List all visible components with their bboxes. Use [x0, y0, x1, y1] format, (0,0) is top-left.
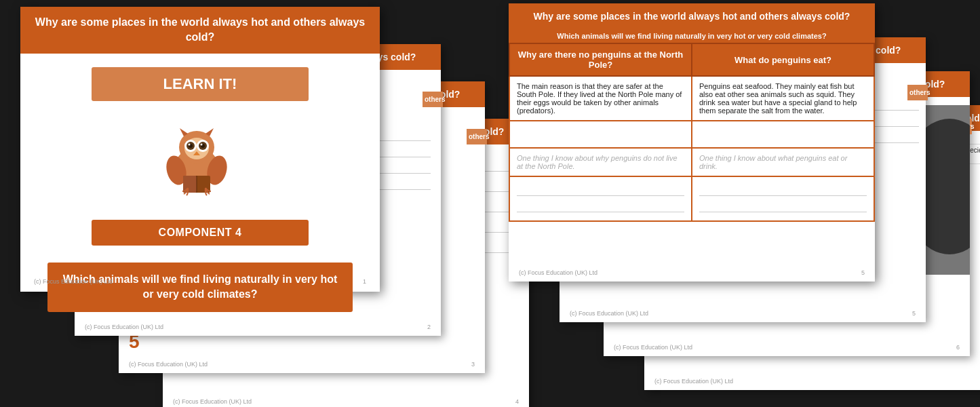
answer2-col1: One thing I know about why penguins do n… — [509, 148, 692, 176]
owl-illustration — [159, 121, 241, 203]
cover-footer: (c) Focus Education (UK) Ltd 1 — [20, 278, 380, 285]
cover-page: Why are some places in the world always … — [20, 7, 380, 292]
r3-footer: (c) Focus Education (UK) Ltd 6 — [604, 344, 970, 351]
qa-table: Why are there no penguins at the North P… — [509, 43, 875, 222]
cover-subtitle: Which animals will we find living natura… — [47, 263, 353, 312]
cover-body: LEARN IT! — [20, 54, 380, 332]
answer1-col1: The main reason is that they are safer a… — [509, 76, 692, 121]
table-row-blank — [509, 121, 874, 148]
table-main-header: Why are some places in the world always … — [509, 3, 875, 29]
blank-cell-2 — [692, 121, 874, 148]
component-button: COMPONENT 4 — [92, 220, 309, 246]
learn-it-button: LEARN IT! — [92, 67, 309, 101]
table-subheader: Which animals will we find living natura… — [509, 29, 875, 43]
svg-point-10 — [201, 143, 203, 145]
answer1-col2: Penguins eat seafood. They mainly eat fi… — [692, 76, 874, 121]
page2-tab: others — [423, 92, 443, 107]
table-row-2: One thing I know about why penguins do n… — [509, 148, 874, 176]
answer2-col2: One thing I know about what penguins eat… — [692, 148, 874, 176]
cover-header: Why are some places in the world always … — [20, 7, 380, 54]
table-page: Why are some places in the world always … — [509, 3, 875, 282]
blank-cell-1 — [509, 121, 692, 148]
page3-tab: others — [467, 129, 487, 144]
r4-footer: (c) Focus Education (UK) Ltd 6 — [644, 378, 980, 385]
owl-icon — [159, 121, 234, 196]
svg-point-6 — [189, 143, 191, 145]
r2-footer: (c) Focus Education (UK) Ltd 5 — [560, 310, 926, 317]
answer-lines-2 — [692, 176, 874, 221]
col1-header: Why are there no penguins at the North P… — [509, 43, 692, 76]
col2-header: What do penguins eat? — [692, 43, 874, 76]
page4-footer: (c) Focus Education (UK) Ltd 4 — [163, 398, 529, 405]
table-footer: (c) Focus Education (UK) Ltd 5 — [509, 269, 875, 276]
table-row-answer-lines — [509, 176, 874, 221]
table-row-1: The main reason is that they are safer a… — [509, 76, 874, 121]
answer-lines-1 — [509, 176, 692, 221]
page3-footer: (c) Focus Education (UK) Ltd 3 — [119, 361, 485, 368]
r2-tab: others — [907, 85, 928, 100]
